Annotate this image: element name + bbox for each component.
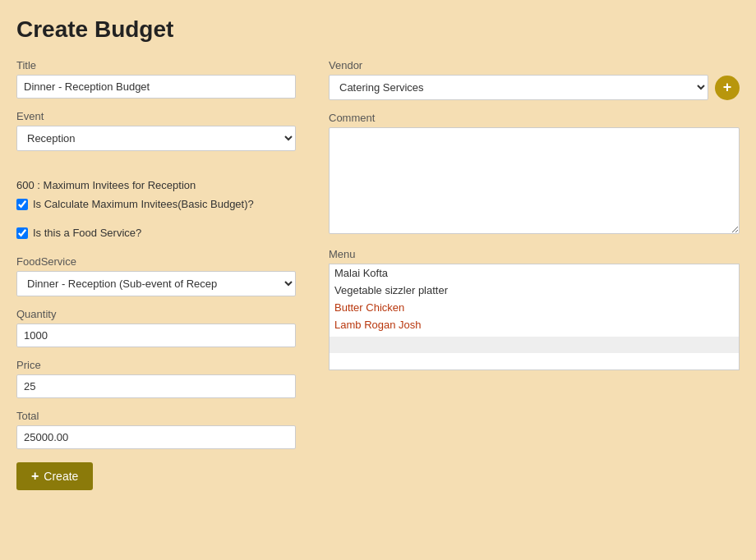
title-label: Title — [16, 59, 296, 71]
right-column: Vendor Catering Services + Comment Menu — [329, 59, 740, 490]
menu-field-group: Menu Malai Kofta Vegetable sizzler platt… — [329, 248, 740, 370]
vendor-label: Vendor — [329, 59, 740, 71]
menu-item-lamb-rogan[interactable]: Lamb Rogan Josh — [330, 316, 739, 333]
food-service-select[interactable]: Dinner - Reception (Sub-event of Recep L… — [16, 271, 296, 296]
quantity-input[interactable] — [16, 324, 296, 347]
page-title: Create Budget — [16, 16, 740, 43]
create-button-label: Create — [44, 470, 78, 483]
comment-textarea[interactable] — [329, 127, 740, 234]
price-field-group: Price — [16, 359, 296, 398]
menu-list: Malai Kofta Vegetable sizzler platter Bu… — [329, 264, 740, 370]
event-select[interactable]: Reception Ceremony Cocktail Hour — [16, 126, 296, 151]
add-vendor-button[interactable]: + — [715, 76, 740, 100]
vendor-row: Catering Services + — [329, 75, 740, 100]
food-service-label: Is this a Food Service? — [33, 227, 141, 239]
menu-item-blurred — [330, 337, 739, 353]
food-service-field-group: FoodService Dinner - Reception (Sub-even… — [16, 255, 296, 296]
menu-label: Menu — [329, 248, 740, 260]
menu-item-veg-sizzler[interactable]: Vegetable sizzler platter — [330, 282, 739, 299]
food-service-dropdown-label: FoodService — [16, 255, 296, 268]
left-column: Title Event Reception Ceremony Cocktail … — [16, 59, 296, 490]
basic-budget-label: Is Calculate Maximum Invitees(Basic Budg… — [33, 198, 254, 210]
basic-budget-row: Is Calculate Maximum Invitees(Basic Budg… — [16, 198, 296, 210]
invitees-number: 600 — [16, 179, 35, 191]
food-service-row: Is this a Food Service? — [16, 227, 296, 239]
basic-budget-checkbox[interactable] — [16, 199, 28, 210]
create-button[interactable]: + Create — [16, 462, 93, 490]
price-label: Price — [16, 359, 296, 371]
title-input[interactable] — [16, 75, 296, 99]
add-vendor-icon: + — [723, 79, 732, 96]
invitees-info: 600 : Maximum Invitees for Reception — [16, 179, 296, 191]
menu-item-butter-chicken[interactable]: Butter Chicken — [330, 299, 739, 316]
invitees-desc: : Maximum Invitees for Reception — [37, 179, 196, 191]
vendor-select[interactable]: Catering Services — [329, 75, 708, 100]
total-field-group: Total — [16, 410, 296, 449]
event-field-group: Event Reception Ceremony Cocktail Hour — [16, 110, 296, 151]
vendor-select-wrapper: Catering Services — [329, 75, 708, 100]
create-icon: + — [31, 469, 39, 484]
price-input[interactable] — [16, 374, 296, 398]
total-input[interactable] — [16, 425, 296, 449]
food-service-checkbox[interactable] — [16, 227, 28, 239]
total-label: Total — [16, 410, 296, 422]
comment-label: Comment — [329, 112, 740, 124]
quantity-label: Quantity — [16, 308, 296, 320]
vendor-field-group: Vendor Catering Services + — [329, 59, 740, 100]
comment-field-group: Comment — [329, 112, 740, 236]
menu-item-malai-kofta[interactable]: Malai Kofta — [330, 264, 739, 282]
quantity-field-group: Quantity — [16, 308, 296, 347]
title-field-group: Title — [16, 59, 296, 99]
event-label: Event — [16, 110, 296, 122]
